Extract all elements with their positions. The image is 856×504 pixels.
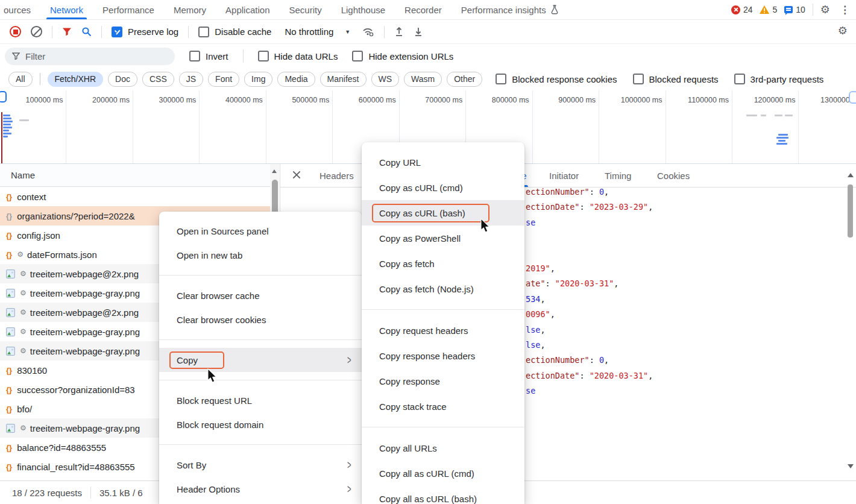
menu-item-copy-url[interactable]: Copy URL bbox=[362, 150, 524, 175]
clear-icon[interactable] bbox=[31, 26, 42, 37]
search-icon[interactable] bbox=[81, 27, 92, 37]
panel-tab-ources[interactable]: ources bbox=[0, 0, 40, 19]
type-chip-fetch-xhr[interactable]: Fetch/XHR bbox=[48, 72, 103, 87]
blocked-response-cookies-toggle[interactable]: Blocked response cookies bbox=[496, 74, 617, 84]
invert-toggle[interactable]: Invert bbox=[189, 51, 228, 61]
overview-left-handle[interactable] bbox=[0, 91, 7, 102]
panel-tabs: ourcesNetworkPerformanceMemoryApplicatio… bbox=[0, 0, 568, 19]
panel-tab-lighthouse[interactable]: Lighthouse bbox=[332, 0, 395, 19]
panel-tab-network[interactable]: Network bbox=[40, 0, 93, 19]
menu-item-copy-as-fetch[interactable]: Copy as fetch bbox=[362, 251, 524, 276]
filter-funnel-icon[interactable] bbox=[62, 27, 72, 36]
3rd-party-requests-checkbox[interactable] bbox=[734, 74, 745, 84]
invert-checkbox[interactable] bbox=[189, 51, 200, 61]
cursor-icon bbox=[480, 218, 490, 233]
devtools-tab-bar: ourcesNetworkPerformanceMemoryApplicatio… bbox=[0, 0, 856, 20]
panel-tab-security[interactable]: Security bbox=[279, 0, 331, 19]
type-chip-manifest[interactable]: Manifest bbox=[320, 72, 367, 87]
menu-item-sort-by[interactable]: Sort By> bbox=[159, 453, 362, 477]
request-name: treeitem-webpage-gray.png bbox=[30, 327, 140, 337]
tab-cookies[interactable]: Cookies bbox=[657, 164, 690, 187]
menu-item-label: Block request domain bbox=[177, 420, 263, 430]
warning-badge[interactable]: 5 bbox=[760, 5, 777, 14]
type-chip-img[interactable]: Img bbox=[244, 72, 272, 87]
menu-item-copy-all-urls[interactable]: Copy all URLs bbox=[362, 435, 524, 461]
3rd-party-requests-toggle[interactable]: 3rd-party requests bbox=[734, 74, 824, 84]
scroll-down-icon[interactable] bbox=[848, 464, 854, 471]
menu-item-copy-response[interactable]: Copy response bbox=[362, 368, 524, 394]
scroll-up-icon[interactable] bbox=[848, 170, 854, 177]
more-options-icon[interactable]: ⋮ bbox=[837, 4, 852, 16]
disable-cache-checkbox[interactable] bbox=[198, 27, 209, 37]
type-chip-all[interactable]: All bbox=[8, 72, 33, 87]
type-chip-css[interactable]: CSS bbox=[142, 72, 174, 87]
menu-item-clear-browser-cache[interactable]: Clear browser cache bbox=[159, 283, 362, 307]
details-scrollbar[interactable] bbox=[846, 168, 855, 478]
menu-item-copy[interactable]: Copy> bbox=[159, 348, 362, 372]
type-chip-other[interactable]: Other bbox=[447, 72, 482, 87]
table-row[interactable]: {}context bbox=[0, 187, 270, 206]
blocked-response-cookies-checkbox[interactable] bbox=[496, 74, 506, 84]
type-chip-ws[interactable]: WS bbox=[371, 72, 400, 87]
menu-item-open-in-new-tab[interactable]: Open in new tab bbox=[159, 243, 362, 267]
import-har-icon[interactable] bbox=[394, 27, 404, 37]
menu-item-block-request-domain[interactable]: Block request domain bbox=[159, 412, 362, 436]
close-icon[interactable] bbox=[291, 169, 302, 180]
request-name: treeitem-webpage-gray.png bbox=[30, 423, 140, 433]
messages-badge[interactable]: 10 bbox=[784, 5, 805, 14]
preserve-log-toggle[interactable]: Preserve log bbox=[112, 27, 178, 37]
tab-headers[interactable]: Headers bbox=[319, 164, 354, 187]
transferred-size: 35.1 kB / 6 bbox=[99, 488, 143, 498]
panel-tab-memory[interactable]: Memory bbox=[164, 0, 216, 19]
menu-item-copy-as-curl-cmd[interactable]: Copy as cURL (cmd) bbox=[362, 175, 524, 200]
tab-timing[interactable]: Timing bbox=[605, 164, 631, 187]
menu-item-open-in-sources-panel[interactable]: Open in Sources panel bbox=[159, 219, 362, 243]
hide-data-urls-checkbox[interactable] bbox=[258, 51, 269, 61]
menu-item-copy-as-powershell[interactable]: Copy as PowerShell bbox=[362, 225, 524, 251]
menu-item-copy-all-as-curl-cmd[interactable]: Copy all as cURL (cmd) bbox=[362, 461, 524, 486]
menu-item-header-options[interactable]: Header Options> bbox=[159, 477, 362, 501]
menu-item-copy-all-as-curl-bash[interactable]: Copy all as cURL (bash) bbox=[362, 486, 524, 504]
export-har-icon[interactable] bbox=[414, 27, 423, 37]
scrollbar-thumb[interactable] bbox=[848, 184, 853, 238]
network-settings-gear-icon[interactable]: ⚙ bbox=[838, 25, 848, 36]
panel-tab-performance-insights[interactable]: Performance insights bbox=[452, 0, 568, 19]
throttling-select[interactable]: No throttling ▼ bbox=[285, 27, 350, 37]
type-chip-js[interactable]: JS bbox=[179, 72, 203, 87]
menu-item-block-request-url[interactable]: Block request URL bbox=[159, 388, 362, 412]
menu-item-copy-response-headers[interactable]: Copy response headers bbox=[362, 343, 524, 368]
preserve-log-checkbox[interactable] bbox=[112, 27, 122, 37]
error-badge[interactable]: 24 bbox=[731, 5, 753, 14]
divider bbox=[384, 26, 385, 38]
blocked-requests-checkbox[interactable] bbox=[633, 74, 644, 84]
error-count: 24 bbox=[743, 5, 753, 14]
menu-separator bbox=[159, 380, 362, 380]
blocked-requests-toggle[interactable]: Blocked requests bbox=[633, 74, 719, 84]
overview-right-handle[interactable] bbox=[849, 91, 856, 104]
response-line: lse, bbox=[526, 323, 653, 338]
settings-gear-icon[interactable]: ⚙ bbox=[820, 4, 830, 15]
tab-initiator[interactable]: Initiator bbox=[549, 164, 579, 187]
type-chip-doc[interactable]: Doc bbox=[108, 72, 137, 87]
panel-tab-application[interactable]: Application bbox=[216, 0, 279, 19]
disable-cache-toggle[interactable]: Disable cache bbox=[198, 27, 271, 37]
menu-item-copy-stack-trace[interactable]: Copy stack trace bbox=[362, 394, 524, 419]
network-conditions-icon[interactable] bbox=[362, 27, 374, 37]
menu-item-clear-browser-cookies[interactable]: Clear browser cookies bbox=[159, 307, 362, 332]
hide-extension-urls-checkbox[interactable] bbox=[352, 51, 363, 61]
menu-item-copy-as-fetch-node-js[interactable]: Copy as fetch (Node.js) bbox=[362, 276, 524, 301]
menu-item-copy-request-headers[interactable]: Copy request headers bbox=[362, 318, 524, 343]
request-name: treeitem-webpage@2x.png bbox=[30, 269, 139, 279]
menu-item-copy-as-curl-bash[interactable]: Copy as cURL (bash) bbox=[362, 200, 524, 225]
scroll-up-icon[interactable] bbox=[272, 167, 277, 173]
hide-extension-urls-toggle[interactable]: Hide extension URLs bbox=[352, 51, 453, 61]
record-icon[interactable] bbox=[10, 26, 21, 37]
type-chip-wasm[interactable]: Wasm bbox=[404, 72, 442, 87]
filter-input[interactable]: Filter bbox=[5, 48, 175, 65]
panel-tab-recorder[interactable]: Recorder bbox=[395, 0, 452, 19]
hide-data-urls-toggle[interactable]: Hide data URLs bbox=[258, 51, 338, 61]
type-chip-media[interactable]: Media bbox=[277, 72, 315, 87]
panel-tab-performance[interactable]: Performance bbox=[93, 0, 164, 19]
type-chip-font[interactable]: Font bbox=[208, 72, 239, 87]
name-column-header[interactable]: Name bbox=[0, 164, 270, 187]
